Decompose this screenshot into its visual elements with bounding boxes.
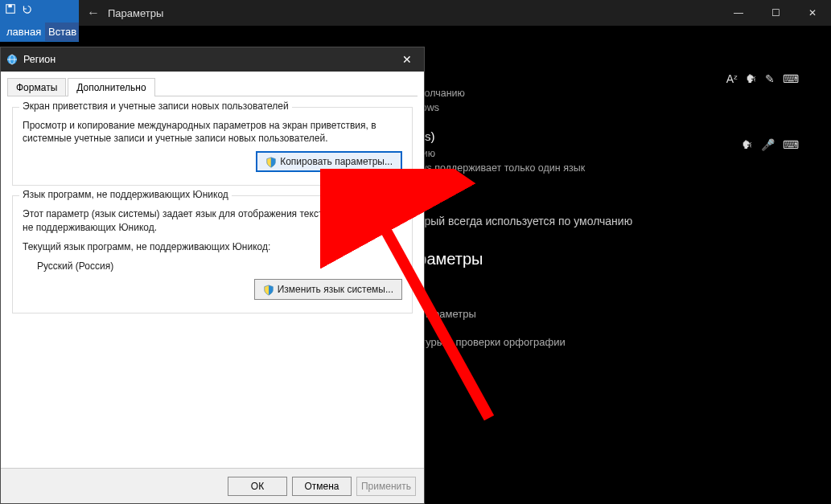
maximize-button[interactable]: ☐	[757, 0, 794, 26]
tab-insert[interactable]: Встав	[45, 23, 80, 41]
word-ribbon-fragment: лавная Встав	[0, 0, 80, 42]
dialog-footer: ОК Отмена Применить	[1, 468, 424, 503]
settings-title: Параметры	[108, 7, 163, 19]
group-description: Просмотр и копирование международных пар…	[23, 119, 402, 145]
change-system-locale-button[interactable]: Изменить язык системы...	[254, 279, 402, 300]
current-system-locale-label: Текущий язык программ, не поддерживающих…	[23, 240, 402, 253]
quick-access-toolbar	[5, 3, 32, 14]
save-icon[interactable]	[5, 3, 16, 14]
tab-formats[interactable]: Форматы	[7, 78, 66, 96]
ok-button[interactable]: ОК	[228, 477, 287, 496]
apply-button: Применить	[356, 477, 416, 496]
region-dialog: Регион ✕ Форматы Дополнительно Экран при…	[0, 47, 425, 504]
tab-home[interactable]: лавная	[0, 23, 47, 41]
undo-icon[interactable]	[21, 3, 32, 14]
tab-advanced[interactable]: Дополнительно	[68, 78, 154, 96]
minimize-button[interactable]: —	[720, 0, 757, 26]
shield-icon	[263, 284, 274, 296]
back-button[interactable]: ←	[87, 6, 108, 20]
non-unicode-group: Язык программ, не поддерживающих Юникод …	[12, 195, 413, 313]
settings-titlebar: ← Параметры — ☐ ✕	[79, 0, 831, 26]
region-tabs: Форматы Дополнительно	[1, 72, 424, 96]
change-system-locale-label: Изменить язык системы...	[278, 284, 393, 295]
region-close-button[interactable]: ✕	[395, 53, 419, 66]
region-title: Регион	[23, 54, 56, 65]
shield-icon	[265, 156, 277, 168]
welcome-screen-group: Экран приветствия и учетные записи новых…	[12, 107, 413, 186]
region-titlebar: Регион ✕	[1, 47, 424, 72]
cancel-button[interactable]: Отмена	[292, 477, 352, 496]
group-description: Этот параметр (язык системы) задает язык…	[23, 207, 402, 233]
svg-rect-1	[8, 5, 11, 8]
copy-settings-label: Копировать параметры...	[280, 156, 393, 167]
current-system-locale-value: Русский (Россия)	[37, 260, 402, 272]
copy-settings-button[interactable]: Копировать параметры...	[256, 151, 402, 172]
group-legend: Экран приветствия и учетные записи новых…	[19, 100, 292, 112]
group-legend: Язык программ, не поддерживающих Юникод	[19, 189, 232, 200]
close-button[interactable]: ✕	[794, 0, 831, 26]
globe-icon	[6, 53, 19, 66]
